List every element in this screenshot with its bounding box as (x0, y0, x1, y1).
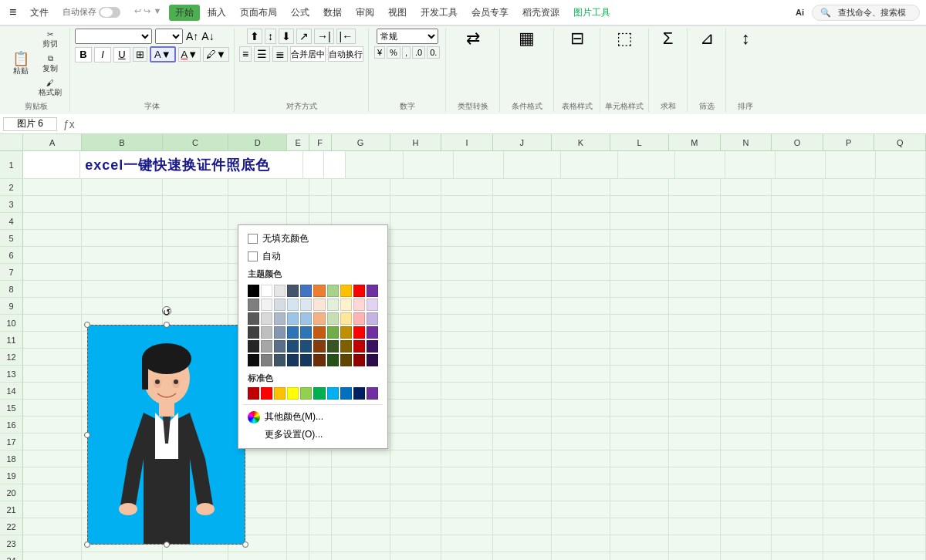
grid-cell[interactable] (721, 349, 772, 366)
color-swatch[interactable] (300, 326, 312, 339)
color-swatch[interactable] (287, 299, 299, 311)
grid-cell[interactable] (823, 332, 875, 349)
grid-cell[interactable] (669, 417, 721, 433)
grid-cell[interactable] (823, 467, 875, 484)
grid-cell[interactable] (493, 518, 552, 535)
font-family-select[interactable] (75, 29, 152, 44)
grid-cell[interactable] (23, 535, 82, 552)
cell-o1[interactable] (776, 151, 826, 179)
font-shrink-icon[interactable]: A↓ (201, 30, 214, 42)
col-header-p[interactable]: P (823, 134, 875, 150)
grid-cell[interactable] (493, 281, 552, 298)
grid-cell[interactable] (552, 179, 610, 196)
grid-cell[interactable] (441, 501, 493, 518)
auto-wrap-button[interactable]: 自动换行 (328, 46, 363, 62)
grid-cell[interactable] (874, 484, 926, 501)
search-box[interactable]: 🔍 查找命令、搜索模 (812, 5, 920, 21)
color-swatch[interactable] (274, 299, 286, 311)
col-header-l[interactable]: L (610, 134, 669, 150)
grid-cell[interactable] (309, 535, 332, 552)
grid-cell[interactable] (721, 179, 772, 196)
grid-cell[interactable] (23, 196, 82, 213)
grid-cell[interactable] (23, 247, 82, 264)
grid-cell[interactable] (23, 315, 82, 332)
grid-cell[interactable] (669, 501, 721, 518)
grid-cell[interactable] (610, 366, 669, 383)
grid-cell[interactable] (610, 332, 669, 349)
grid-cell[interactable] (610, 535, 669, 552)
type-convert-icon[interactable]: ⇄ (466, 29, 480, 49)
grid-cell[interactable] (669, 281, 721, 298)
grid-cell[interactable] (721, 230, 772, 247)
handle-bl[interactable] (84, 541, 90, 548)
grid-cell[interactable] (309, 450, 332, 467)
standard-color-swatch[interactable] (261, 387, 272, 400)
grid-cell[interactable] (23, 366, 82, 383)
color-swatch[interactable] (367, 340, 378, 353)
font-size-select[interactable] (155, 29, 183, 44)
grid-cell[interactable] (610, 298, 669, 315)
grid-cell[interactable] (610, 383, 669, 400)
percent-icon[interactable]: % (387, 46, 400, 59)
sum-icon[interactable]: Σ (663, 29, 674, 49)
color-swatch[interactable] (327, 299, 339, 311)
color-swatch[interactable] (287, 312, 299, 325)
grid-cell[interactable] (552, 417, 610, 433)
grid-cell[interactable] (552, 332, 610, 349)
grid-cell[interactable] (23, 518, 82, 535)
grid-cell[interactable] (390, 349, 442, 366)
standard-color-swatch[interactable] (274, 387, 286, 400)
color-swatch[interactable] (300, 312, 312, 325)
grid-cell[interactable] (23, 332, 82, 349)
grid-cell[interactable] (772, 332, 823, 349)
color-swatch[interactable] (340, 340, 352, 353)
grid-cell[interactable] (493, 247, 552, 264)
grid-cell[interactable] (82, 552, 163, 560)
grid-cell[interactable] (669, 552, 721, 560)
grid-cell[interactable] (309, 179, 332, 196)
grid-cell[interactable] (772, 281, 823, 298)
grid-cell[interactable] (493, 552, 552, 560)
grid-cell[interactable] (772, 366, 823, 383)
grid-cell[interactable] (287, 552, 309, 560)
member-menu[interactable]: 会员专享 (465, 5, 515, 21)
color-swatch[interactable] (261, 299, 272, 311)
copy-button[interactable]: ⧉复制 (35, 52, 65, 76)
grid-cell[interactable] (493, 366, 552, 383)
color-swatch[interactable] (327, 326, 339, 339)
grid-cell[interactable] (332, 501, 390, 518)
table-style-icon[interactable]: ⊟ (570, 29, 584, 49)
grid-cell[interactable] (390, 450, 442, 467)
color-swatch[interactable] (287, 354, 299, 366)
grid-cell[interactable] (441, 349, 493, 366)
color-swatch[interactable] (367, 354, 378, 366)
col-header-b[interactable]: B (82, 134, 163, 150)
grid-cell[interactable] (163, 213, 229, 230)
cell-p1[interactable] (826, 151, 876, 179)
grid-cell[interactable] (332, 535, 390, 552)
cell-g1[interactable] (346, 151, 403, 179)
grid-cell[interactable] (309, 484, 332, 501)
grid-cell[interactable] (823, 501, 875, 518)
grid-cell[interactable] (772, 179, 823, 196)
more-settings-option[interactable]: 更多设置(O)... (243, 426, 383, 444)
grid-cell[interactable] (669, 450, 721, 467)
grid-cell[interactable] (493, 315, 552, 332)
grid-cell[interactable] (441, 264, 493, 281)
color-swatch[interactable] (340, 312, 352, 325)
grid-cell[interactable] (23, 467, 82, 484)
grid-cell[interactable] (441, 450, 493, 467)
grid-cell[interactable] (441, 467, 493, 484)
grid-cell[interactable] (441, 552, 493, 560)
grid-cell[interactable] (823, 535, 875, 552)
standard-color-swatch[interactable] (340, 387, 352, 400)
grid-cell[interactable] (23, 552, 82, 560)
grid-cell[interactable] (390, 484, 442, 501)
grid-cell[interactable] (552, 281, 610, 298)
grid-cell[interactable] (772, 264, 823, 281)
grid-cell[interactable] (82, 264, 163, 281)
grid-cell[interactable] (721, 518, 772, 535)
grid-cell[interactable] (390, 332, 442, 349)
grid-cell[interactable] (721, 196, 772, 213)
grid-cell[interactable] (552, 247, 610, 264)
